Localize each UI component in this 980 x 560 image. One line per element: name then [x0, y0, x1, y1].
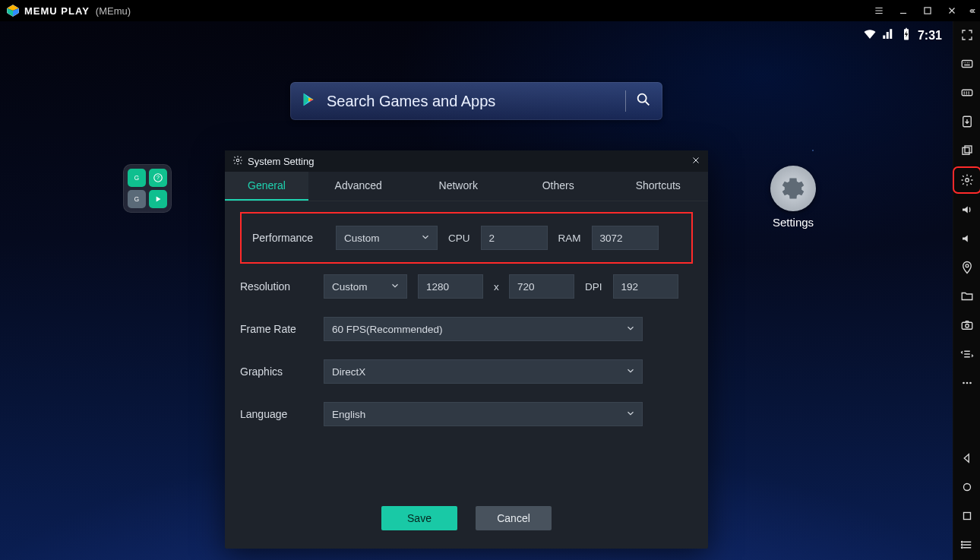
all-apps-icon[interactable]	[958, 536, 976, 554]
close-window-icon[interactable]	[942, 3, 962, 18]
svg-text:G: G	[134, 175, 139, 182]
resolution-x: x	[494, 281, 498, 293]
android-statusbar: 7:31	[863, 27, 942, 44]
app-subtitle: (MEmu)	[96, 5, 131, 17]
menu-icon[interactable]	[869, 3, 889, 18]
framerate-select[interactable]: 60 FPS(Recommended)	[324, 317, 643, 341]
tab-shortcuts[interactable]: Shortcuts	[609, 172, 709, 201]
folder-item-google-icon: G	[128, 169, 146, 187]
tab-general[interactable]: General	[225, 172, 308, 201]
resolution-width-input[interactable]: 1280	[418, 274, 483, 299]
shake-icon[interactable]	[958, 345, 976, 363]
back-icon[interactable]	[958, 449, 976, 467]
folder-item-play-icon	[149, 190, 167, 208]
install-apk-icon[interactable]	[958, 112, 976, 131]
multi-instance-icon[interactable]	[958, 141, 976, 160]
framerate-label: Frame Rate	[240, 323, 313, 335]
play-store-icon	[301, 91, 318, 111]
graphics-value: DirectX	[332, 366, 365, 378]
app-brand: MEMU PLAY	[24, 5, 90, 17]
dpi-value: 192	[621, 281, 639, 293]
resolution-preset-select[interactable]: Custom	[324, 274, 407, 299]
chevron-down-icon	[625, 408, 636, 421]
cpu-value: 2	[489, 233, 495, 244]
graphics-label: Graphics	[240, 365, 313, 378]
graphics-select[interactable]: DirectX	[324, 359, 643, 384]
keyboard-icon[interactable]	[958, 55, 976, 73]
performance-row-highlight: Performance Custom CPU 2 RAM 3072	[240, 212, 693, 264]
search-bar[interactable]: Search Games and Apps	[290, 82, 662, 120]
right-sidebar	[953, 21, 980, 560]
cpu-input[interactable]: 2	[481, 226, 548, 250]
status-time: 7:31	[918, 29, 942, 43]
chevron-down-icon	[625, 365, 636, 378]
dpi-input[interactable]: 192	[613, 274, 678, 299]
svg-rect-19	[962, 322, 972, 329]
settings-app-shortcut[interactable]: Settings	[770, 166, 816, 229]
svg-rect-4	[925, 8, 931, 14]
resolution-height-input[interactable]: 720	[509, 274, 574, 299]
folder-item-settings-icon: G	[128, 190, 146, 208]
search-placeholder: Search Games and Apps	[327, 93, 616, 110]
ram-input[interactable]: 3072	[592, 226, 659, 250]
expand-sidebar-icon[interactable]: ‹‹‹	[969, 5, 974, 16]
system-setting-dialog: System Setting General Advanced Network …	[225, 150, 708, 549]
svg-rect-16	[965, 146, 972, 153]
app-folder[interactable]: G ? G	[123, 164, 172, 213]
tab-network[interactable]: Network	[409, 172, 509, 201]
window-titlebar: MEMU PLAY (MEmu) ‹‹‹	[0, 0, 980, 21]
resolution-width-value: 1280	[426, 281, 449, 293]
dialog-titlebar: System Setting	[225, 150, 708, 172]
tabs: General Advanced Network Others Shortcut…	[225, 172, 708, 201]
minimize-icon[interactable]	[893, 3, 913, 18]
ram-label: RAM	[558, 233, 581, 244]
language-select[interactable]: English	[324, 402, 643, 426]
performance-label: Performance	[252, 232, 325, 244]
resolution-preset-value: Custom	[332, 281, 368, 293]
maximize-icon[interactable]	[918, 3, 937, 18]
ram-value: 3072	[600, 233, 623, 244]
language-value: English	[332, 409, 365, 420]
svg-point-27	[961, 544, 963, 546]
chevron-down-icon	[625, 323, 636, 336]
recents-icon[interactable]	[958, 507, 976, 525]
screenshot-icon[interactable]	[958, 316, 976, 334]
tab-others[interactable]: Others	[508, 172, 609, 201]
search-icon[interactable]	[635, 91, 652, 111]
volume-down-icon[interactable]	[958, 229, 976, 248]
fullscreen-icon[interactable]	[958, 26, 976, 44]
svg-rect-12	[962, 61, 972, 68]
dialog-title: System Setting	[248, 156, 314, 167]
performance-preset-select[interactable]: Custom	[336, 226, 438, 250]
svg-point-20	[965, 324, 969, 328]
svg-rect-25	[963, 513, 970, 520]
home-icon[interactable]	[958, 478, 976, 496]
svg-point-24	[963, 484, 970, 491]
svg-point-11	[236, 159, 239, 162]
keymap-icon[interactable]	[958, 84, 976, 102]
resolution-height-value: 720	[517, 281, 535, 293]
svg-point-21	[963, 382, 965, 384]
volume-up-icon[interactable]	[958, 201, 976, 219]
dpi-label: DPI	[585, 281, 602, 293]
tab-advanced[interactable]: Advanced	[308, 172, 409, 201]
svg-rect-13	[962, 90, 972, 96]
file-manager-icon[interactable]	[958, 287, 976, 305]
framerate-value: 60 FPS(Recommended)	[332, 324, 443, 335]
settings-icon[interactable]	[956, 170, 978, 190]
folder-item-help-icon: ?	[149, 169, 167, 187]
cancel-button[interactable]: Cancel	[476, 506, 552, 530]
close-dialog-button[interactable]	[691, 156, 700, 167]
svg-point-26	[961, 542, 963, 543]
emulator-viewport: 7:31 Search Games and Apps G ? G Setting…	[0, 21, 953, 560]
resolution-label: Resolution	[240, 280, 313, 293]
svg-point-17	[965, 179, 969, 182]
svg-text:G: G	[134, 196, 139, 203]
svg-point-28	[961, 547, 963, 549]
save-button[interactable]: Save	[381, 506, 457, 530]
divider	[625, 90, 626, 112]
svg-text:?: ?	[156, 175, 160, 180]
more-icon[interactable]	[958, 374, 976, 392]
gps-icon[interactable]	[958, 258, 976, 277]
chevron-down-icon	[390, 280, 400, 293]
